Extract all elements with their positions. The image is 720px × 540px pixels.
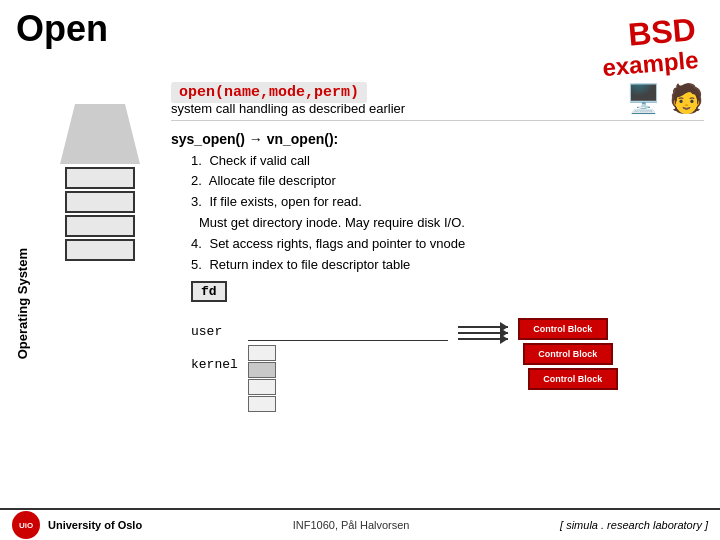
- stack-block-1: [65, 167, 135, 189]
- stack-block-3: [65, 215, 135, 237]
- footer: UiO University of Oslo INF1060, Pål Halv…: [0, 508, 720, 540]
- step-2: 2. Allocate file descriptor: [191, 171, 704, 192]
- stack-blocks: [65, 167, 135, 261]
- bottom-section: user kernel: [171, 310, 704, 412]
- control-blocks: Control Block Control Block Control Bloc…: [518, 318, 618, 390]
- arrow-3: [458, 338, 508, 340]
- fd-cell-0: [248, 345, 276, 361]
- page-header: Open BSD example: [0, 0, 720, 74]
- footer-course: INF1060, Pål Halvorsen: [293, 519, 410, 531]
- stack-block-4: [65, 239, 135, 261]
- ctrl-block-1: Control Block: [518, 318, 608, 340]
- monitor-icon: 🖥️: [626, 82, 661, 115]
- sys-open-title: sys_open() → vn_open():: [171, 131, 704, 147]
- fd-table: [248, 345, 440, 412]
- trapezoid-shape: [60, 104, 140, 164]
- step-1: 1. Check if valid call: [191, 151, 704, 172]
- step-4: 4. Set access rights, flags and pointer …: [191, 234, 704, 255]
- arrows-container: [458, 326, 508, 340]
- os-label: Operating System: [15, 248, 30, 359]
- stack-block-2: [65, 191, 135, 213]
- step-5: 5. Return index to file descriptor table: [191, 255, 704, 276]
- fd-cell-2: [248, 379, 276, 395]
- sidebar: Operating System: [0, 74, 45, 534]
- footer-simula: [ simula . research laboratory ]: [560, 519, 708, 531]
- page-title: Open: [16, 8, 108, 50]
- content-area: open(name,mode,perm) system call handlin…: [155, 74, 720, 534]
- arrow-row-3: [458, 338, 508, 340]
- user-kernel-divider: [248, 318, 448, 412]
- user-label: user: [191, 324, 238, 339]
- divider: [171, 120, 704, 121]
- bsd-example-label: BSD example: [598, 12, 699, 82]
- ctrl-block-2: Control Block: [523, 343, 613, 365]
- stack-area: [45, 74, 155, 534]
- open-call-label: open(name,mode,perm): [171, 82, 367, 103]
- footer-left: UiO University of Oslo: [12, 511, 142, 539]
- university-logo: UiO: [12, 511, 40, 539]
- labels-col: user kernel: [171, 310, 238, 372]
- person-icon: 🧑: [669, 82, 704, 115]
- ctrl-block-3: Control Block: [528, 368, 618, 390]
- syscall-header: open(name,mode,perm) system call handlin…: [171, 82, 704, 116]
- main-content: Operating System open(name,mode,perm) sy…: [0, 74, 720, 534]
- step-3: 3. If file exists, open for read.: [191, 192, 704, 213]
- footer-university: University of Oslo: [48, 519, 142, 531]
- step-3-sub: Must get directory inode. May require di…: [171, 213, 704, 234]
- icons-area: 🖥️ 🧑: [626, 82, 704, 115]
- fd-box: fd: [191, 281, 227, 302]
- syscall-description: system call handling as described earlie…: [171, 101, 405, 116]
- fd-cell-3: [248, 396, 276, 412]
- sys-open-section: sys_open() → vn_open(): 1. Check if vali…: [171, 131, 704, 276]
- steps-list-2: 4. Set access rights, flags and pointer …: [171, 234, 704, 276]
- steps-list: 1. Check if valid call 2. Allocate file …: [171, 151, 704, 213]
- fd-cell-1: [248, 362, 276, 378]
- kernel-label: kernel: [191, 357, 238, 372]
